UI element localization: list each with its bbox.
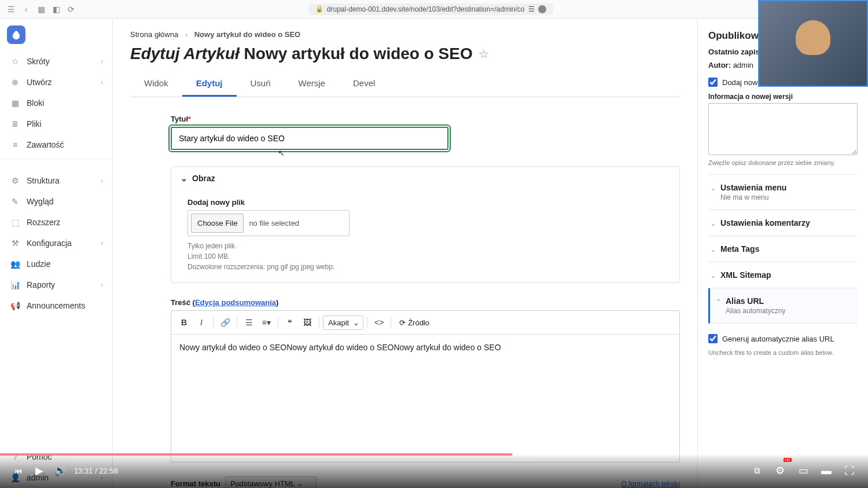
title-input[interactable] (171, 127, 448, 150)
italic-button[interactable]: I (193, 314, 209, 331)
body-editor: B I 🔗 ☰ ≡▾ ❝ 🖼 Akapit ⌄ <> (171, 310, 680, 463)
accordion-alias-url[interactable]: ⌃Alias URLAlias automatyczny (708, 288, 858, 324)
progress-bar[interactable] (0, 453, 868, 456)
breadcrumb: Strona główna › Nowy artykuł do wideo o … (130, 30, 680, 39)
primary-tabs: WidokEdytujUsuńWersjeDevel (130, 71, 680, 97)
webcam-overlay (758, 0, 868, 87)
site-settings-icon[interactable] (538, 5, 546, 13)
meta-sidebar: Opublikowane Ostatnio zapisano: 06/28/20… (697, 19, 868, 488)
auto-url-label: Generuj automatycznie alias URL (722, 335, 834, 343)
lock-icon: 🔒 (315, 5, 323, 13)
accordion-meta-tags[interactable]: ⌄Meta Tags (708, 236, 858, 262)
tab-devel[interactable]: Devel (339, 71, 389, 97)
bullet-list-button[interactable]: ☰ (241, 314, 257, 331)
url-bar[interactable]: 🔒 drupal-demo-001.ddev.site/node/103/edi… (308, 3, 553, 15)
choose-file-button[interactable]: Choose File (191, 214, 244, 233)
revision-info-textarea[interactable] (708, 103, 858, 155)
blockquote-button[interactable]: ❝ (282, 314, 298, 331)
chevron-icon: ⌄ (711, 272, 716, 280)
auto-url-checkbox[interactable] (708, 334, 718, 343)
auto-url-hint: Uncheck this to create a custom alias be… (708, 349, 858, 356)
drupal-logo[interactable] (7, 25, 25, 44)
editor-toolbar: B I 🔗 ☰ ≡▾ ❝ 🖼 Akapit ⌄ <> (171, 311, 679, 335)
revision-hint: Zwięźle opisz dokonane przez siebie zmia… (708, 159, 858, 166)
sidebar-item-structure[interactable]: ⚙Struktura› (0, 170, 112, 191)
source-button[interactable]: ⟳Źródło (395, 316, 434, 329)
sidebar-item-reports[interactable]: 📊Raporty› (0, 274, 112, 295)
breadcrumb-home[interactable]: Strona główna (130, 30, 178, 39)
browser-bar: ☰ ‹ ▦ ◧ ⟳ 🔒 drupal-demo-001.ddev.site/no… (0, 0, 868, 19)
accordion-xml-sitemap[interactable]: ⌄XML Sitemap (708, 262, 858, 288)
sidebar-item-star[interactable]: ☆Skróty› (0, 51, 112, 72)
file-hint: Tylko jeden plik. Limit 100 MB. Dozwolon… (187, 241, 663, 272)
chevron-right-icon: › (101, 177, 103, 185)
tab-usuń[interactable]: Usuń (237, 71, 285, 97)
editor-textarea[interactable]: Nowy artykuł do wideo o SEONowy artykuł … (171, 335, 679, 462)
chevron-icon: ⌄ (711, 220, 716, 228)
image-fieldset-toggle[interactable]: ⌄ Obraz (171, 167, 679, 190)
page-title: Edytuj Artykuł Nowy artykuł do wideo o S… (130, 45, 680, 63)
sidebar-item-files[interactable]: 🗎Pliki (0, 113, 112, 134)
announce-icon: 📢 (9, 301, 21, 310)
files-icon: 🗎 (9, 119, 21, 129)
refresh-icon[interactable]: ⟳ (66, 4, 76, 14)
url-text: drupal-demo-001.ddev.site/node/103/edit?… (327, 5, 525, 13)
captions-button[interactable]: ⧉ (746, 460, 767, 481)
sidebar-item-config[interactable]: ⚒Konfiguracja› (0, 233, 112, 254)
chevron-right-icon: › (101, 78, 103, 86)
sidebar-item-appearance[interactable]: ✎Wygląd (0, 191, 112, 212)
sidebar-item-people[interactable]: 👥Ludzie (0, 254, 112, 274)
sidebar-toggle-icon[interactable]: ☰ (6, 4, 16, 14)
video-player-controls: ⏮ ▶ 🔊 13:31 / 22:58 ⧉ ⚙HD ▭ ▬ ⛶ (0, 453, 868, 488)
tab-icon[interactable]: ▦ (36, 4, 46, 14)
settings-button[interactable]: ⚙HD (770, 460, 790, 481)
people-icon: 👥 (9, 259, 21, 269)
back-icon[interactable]: ‹ (21, 4, 31, 14)
chevron-icon: ⌄ (711, 246, 716, 254)
volume-button[interactable]: 🔊 (50, 460, 71, 481)
chevron-icon: ⌃ (716, 298, 721, 306)
code-button[interactable]: <> (371, 314, 387, 331)
admin-sidebar: ☆Skróty›⊕Utwórz›▦Bloki🗎Pliki≡Zawartość ⚙… (0, 19, 113, 488)
sidebar-item-blocks[interactable]: ▦Bloki (0, 93, 112, 113)
tab-widok[interactable]: Widok (130, 71, 182, 97)
bold-button[interactable]: B (176, 314, 192, 331)
chevron-down-icon: ⌄ (181, 174, 187, 183)
link-button[interactable]: 🔗 (217, 314, 233, 331)
numbered-list-button[interactable]: ≡▾ (258, 314, 274, 331)
appearance-icon: ✎ (9, 197, 21, 206)
theater-button[interactable]: ▬ (816, 460, 837, 481)
accordion-ustawienia-komentarzy[interactable]: ⌄Ustawienia komentarzy (708, 210, 858, 236)
file-input[interactable]: Choose File no file selected (187, 210, 350, 236)
sidebar-item-plus[interactable]: ⊕Utwórz› (0, 72, 112, 93)
new-revision-checkbox[interactable] (708, 78, 718, 87)
chevron-right-icon: › (101, 239, 103, 247)
sidebar-item-announce[interactable]: 📢Announcements (0, 295, 112, 316)
accordion-ustawienia-menu[interactable]: ⌄Ustawienia menuNie ma w menu (708, 175, 858, 210)
miniplayer-button[interactable]: ▭ (793, 460, 814, 481)
structure-icon: ⚙ (9, 176, 21, 185)
chevron-right-icon: › (185, 30, 187, 39)
breadcrumb-current: Nowy artykuł do wideo o SEO (194, 30, 300, 39)
window-icon[interactable]: ◧ (51, 4, 61, 14)
body-label: Treść (Edycja podsumowania) (171, 298, 680, 307)
edit-summary-link[interactable]: Edycja podsumowania (195, 298, 276, 307)
image-button[interactable]: 🖼 (299, 314, 315, 331)
favorite-star-icon[interactable]: ☆ (479, 47, 489, 61)
fullscreen-button[interactable]: ⛶ (839, 460, 860, 481)
content-icon: ≡ (9, 140, 21, 149)
sidebar-item-extend[interactable]: ⬚Rozszerz (0, 212, 112, 233)
prev-button[interactable]: ⏮ (8, 460, 29, 481)
reports-icon: 📊 (9, 280, 21, 289)
play-button[interactable]: ▶ (29, 460, 50, 481)
tab-edytuj[interactable]: Edytuj (182, 71, 237, 97)
sidebar-item-content[interactable]: ≡Zawartość (0, 134, 112, 155)
file-label: Dodaj nowy plik (187, 198, 663, 207)
video-time: 13:31 / 22:58 (74, 467, 118, 475)
paragraph-style-select[interactable]: Akapit ⌄ (323, 315, 363, 330)
tab-wersje[interactable]: Wersje (285, 71, 339, 97)
title-label: Tytuł* (171, 115, 680, 123)
main-content: Strona główna › Nowy artykuł do wideo o … (113, 19, 697, 488)
revision-info-label: Informacja o nowej wersji (708, 93, 858, 101)
config-icon: ⚒ (9, 239, 21, 248)
